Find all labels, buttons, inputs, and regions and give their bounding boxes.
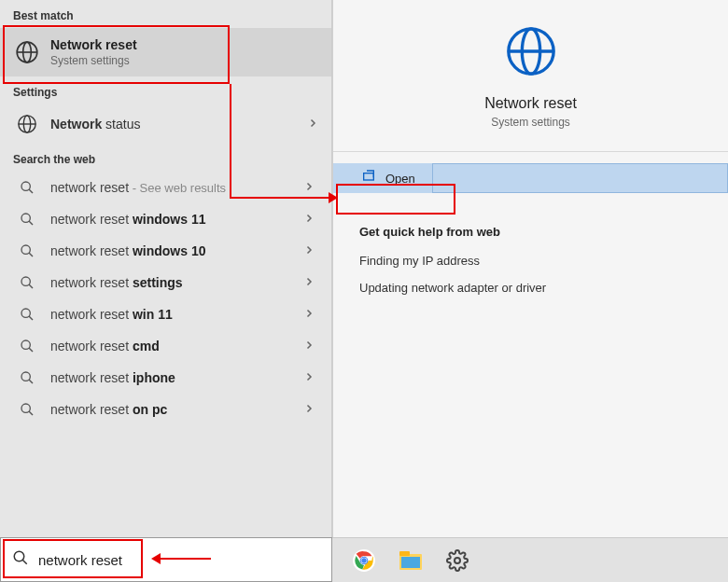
- svg-rect-33: [399, 551, 410, 556]
- svg-rect-34: [401, 557, 420, 568]
- search-icon: [13, 243, 41, 258]
- divider: [333, 151, 728, 152]
- open-row-extension[interactable]: [432, 163, 728, 193]
- web-result-item[interactable]: network reset on pc: [0, 394, 331, 425]
- quick-help-title: Get quick help from web: [359, 225, 702, 239]
- svg-point-6: [21, 182, 30, 190]
- globe-icon: [504, 24, 558, 82]
- quick-help-item[interactable]: Updating network adapter or driver: [359, 281, 702, 295]
- web-result-label: network reset windows 11: [50, 212, 303, 227]
- svg-line-7: [29, 189, 33, 193]
- chevron-right-icon: [303, 369, 318, 386]
- svg-point-31: [361, 558, 366, 562]
- web-result-label: network reset cmd: [50, 339, 303, 353]
- open-button[interactable]: Open: [333, 163, 432, 193]
- search-icon: [12, 549, 29, 570]
- web-result-label: network reset win 11: [50, 307, 303, 322]
- web-result-item[interactable]: network reset windows 11: [0, 203, 331, 235]
- svg-point-14: [21, 309, 30, 317]
- settings-item-network-status[interactable]: Network status: [0, 104, 331, 144]
- search-web-header: Search the web: [0, 144, 331, 172]
- web-result-item[interactable]: network reset iphone: [0, 362, 331, 394]
- chevron-right-icon: [303, 306, 318, 323]
- search-box[interactable]: [0, 537, 332, 582]
- web-result-item[interactable]: network reset win 11: [0, 298, 331, 330]
- search-icon: [13, 402, 41, 417]
- chrome-icon[interactable]: [351, 547, 377, 574]
- svg-point-22: [14, 551, 24, 561]
- svg-line-23: [22, 560, 27, 564]
- svg-line-19: [29, 380, 33, 383]
- web-result-label: network reset - See web results: [50, 180, 303, 195]
- web-result-item[interactable]: network reset settings: [0, 267, 331, 298]
- chevron-right-icon: [303, 179, 318, 196]
- chevron-right-icon: [303, 211, 318, 228]
- chevron-right-icon: [303, 401, 318, 418]
- taskbar: [332, 537, 728, 582]
- web-result-label: network reset windows 10: [50, 243, 303, 258]
- chevron-right-icon: [303, 274, 318, 291]
- globe-icon: [13, 114, 41, 134]
- search-icon: [13, 212, 41, 227]
- search-icon: [13, 180, 41, 195]
- globe-icon: [13, 40, 41, 64]
- open-label: Open: [385, 172, 415, 186]
- svg-point-18: [21, 372, 30, 381]
- open-icon: [361, 169, 376, 187]
- web-result-item[interactable]: network reset windows 10: [0, 235, 331, 267]
- svg-point-8: [21, 214, 30, 222]
- web-result-item[interactable]: network reset - See web results: [0, 172, 331, 203]
- search-icon: [13, 370, 41, 385]
- svg-line-15: [29, 316, 33, 320]
- svg-point-10: [21, 245, 30, 254]
- search-icon: [13, 307, 41, 322]
- svg-line-17: [29, 348, 33, 352]
- chevron-right-icon: [303, 242, 318, 259]
- svg-line-11: [29, 253, 33, 256]
- detail-subtitle: System settings: [491, 116, 570, 129]
- svg-point-35: [455, 558, 460, 563]
- search-icon: [13, 275, 41, 290]
- file-explorer-icon[interactable]: [398, 547, 424, 574]
- search-input[interactable]: [38, 552, 320, 568]
- web-result-label: network reset on pc: [50, 402, 303, 417]
- detail-panel: Network reset System settings Open Get q…: [332, 0, 728, 537]
- web-result-label: network reset iphone: [50, 370, 303, 385]
- web-result-item[interactable]: network reset cmd: [0, 330, 331, 362]
- settings-header: Settings: [0, 76, 331, 104]
- quick-help-item[interactable]: Finding my IP address: [359, 254, 702, 268]
- svg-point-16: [21, 340, 30, 349]
- svg-rect-27: [364, 173, 374, 180]
- best-match-item[interactable]: Network reset System settings: [0, 28, 331, 76]
- settings-item-label: Network status: [50, 117, 307, 132]
- svg-line-13: [29, 284, 33, 288]
- svg-point-20: [21, 404, 30, 412]
- search-results-panel: Best match Network reset System settings…: [0, 0, 332, 582]
- search-icon: [13, 339, 41, 353]
- detail-title: Network reset: [484, 95, 577, 112]
- chevron-right-icon: [307, 116, 318, 132]
- web-result-label: network reset settings: [50, 275, 303, 290]
- best-match-subtitle: System settings: [50, 54, 137, 67]
- chevron-right-icon: [303, 338, 318, 354]
- best-match-title: Network reset: [50, 37, 137, 52]
- svg-line-9: [29, 221, 33, 225]
- settings-icon[interactable]: [444, 547, 470, 574]
- svg-point-12: [21, 277, 30, 285]
- best-match-header: Best match: [0, 0, 331, 28]
- svg-line-21: [29, 411, 33, 415]
